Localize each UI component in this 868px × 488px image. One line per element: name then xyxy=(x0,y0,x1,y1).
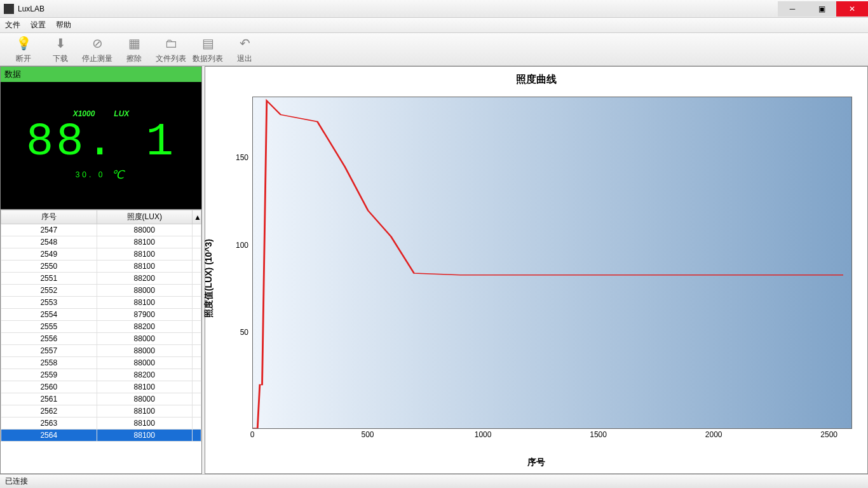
chart-xlabel: 序号 xyxy=(208,454,865,471)
xtick: 2500 xyxy=(820,430,837,439)
titlebar: LuxLAB ─ ▣ ✕ xyxy=(0,0,868,18)
app-icon xyxy=(4,4,14,14)
cell-seq: 2561 xyxy=(1,393,97,405)
plot-area[interactable] xyxy=(252,97,852,429)
cell-seq: 2559 xyxy=(1,369,97,381)
table-row[interactable]: 256488100 xyxy=(1,430,201,442)
table-row[interactable]: 255688000 xyxy=(1,333,201,345)
lcd-temp-unit: ℃ xyxy=(111,168,126,182)
chart-ylabel: 照度值(LUX) (10^3) xyxy=(203,238,215,317)
scroll-header: ▲ xyxy=(193,210,201,224)
col-lux-header[interactable]: 照度(LUX) xyxy=(97,210,193,224)
maximize-button[interactable]: ▣ xyxy=(807,1,836,17)
table-row[interactable]: 255788000 xyxy=(1,345,201,357)
stop-measure-button[interactable]: ⊘ 停止测量 xyxy=(79,34,116,65)
exit-button[interactable]: ↶ 退出 xyxy=(226,34,263,65)
xtick: 2000 xyxy=(705,430,722,439)
cell-lux: 88000 xyxy=(97,393,193,405)
close-button[interactable]: ✕ xyxy=(836,1,868,17)
lcd-temp: 30. 0 xyxy=(76,170,105,179)
table-row[interactable]: 254888100 xyxy=(1,236,201,248)
cell-seq: 2555 xyxy=(1,321,97,333)
exit-icon: ↶ xyxy=(236,34,254,52)
table-row[interactable]: 255487900 xyxy=(1,309,201,321)
cell-seq: 2552 xyxy=(1,285,97,297)
cell-seq: 2562 xyxy=(1,405,97,417)
cell-lux: 88200 xyxy=(97,273,193,285)
ytick: 100 xyxy=(236,241,248,250)
cell-lux: 88100 xyxy=(97,381,193,393)
chart-panel: 照度曲线 照度值(LUX) (10^3) 50100150 0500100015… xyxy=(205,66,868,474)
table-row[interactable]: 255388100 xyxy=(1,297,201,309)
cell-seq: 2550 xyxy=(1,261,97,273)
cell-lux: 88000 xyxy=(97,224,193,236)
cell-lux: 88100 xyxy=(97,405,193,417)
ytick: 50 xyxy=(240,328,248,337)
xtick: 500 xyxy=(362,430,374,439)
cell-seq: 2558 xyxy=(1,357,97,369)
toolbar: 💡 断开 ⬇ 下载 ⊘ 停止测量 ▦ 擦除 🗀 文件列表 ▤ 数据列表 ↶ 退出 xyxy=(0,33,868,66)
menu-settings[interactable]: 设置 xyxy=(31,20,46,30)
cell-seq: 2547 xyxy=(1,224,97,236)
xtick: 0 xyxy=(250,430,255,439)
panel-header: 数据 xyxy=(1,67,201,82)
cell-lux: 88100 xyxy=(97,297,193,309)
table-row[interactable]: 254988100 xyxy=(1,248,201,261)
cell-lux: 88000 xyxy=(97,285,193,297)
table-row[interactable]: 256088100 xyxy=(1,381,201,393)
menu-file[interactable]: 文件 xyxy=(5,20,20,30)
statusbar: 已连接 xyxy=(0,474,868,488)
chart-line xyxy=(253,97,851,428)
table-row[interactable]: 256388100 xyxy=(1,417,201,430)
menu-help[interactable]: 帮助 xyxy=(56,20,71,30)
cell-seq: 2564 xyxy=(1,430,97,442)
cell-lux: 88100 xyxy=(97,261,193,273)
table-row[interactable]: 255988200 xyxy=(1,369,201,381)
xtick: 1500 xyxy=(590,430,607,439)
table-row[interactable]: 255588200 xyxy=(1,321,201,333)
table-row[interactable]: 255888000 xyxy=(1,357,201,369)
clear-button[interactable]: ▦ 擦除 xyxy=(116,34,153,65)
cell-seq: 2553 xyxy=(1,297,97,309)
cell-lux: 88200 xyxy=(97,321,193,333)
table-row[interactable]: 256288100 xyxy=(1,405,201,417)
lcd-value: 88. 1 xyxy=(26,122,176,163)
cell-seq: 2554 xyxy=(1,309,97,321)
cell-lux: 88000 xyxy=(97,333,193,345)
cell-lux: 88000 xyxy=(97,345,193,357)
cell-lux: 88100 xyxy=(97,417,193,430)
xtick: 1000 xyxy=(475,430,492,439)
data-table-wrap[interactable]: 序号 照度(LUX) ▲ 254788000254888100254988100… xyxy=(1,209,201,473)
ytick: 150 xyxy=(236,153,248,162)
cell-seq: 2563 xyxy=(1,417,97,430)
menubar: 文件 设置 帮助 xyxy=(0,18,868,33)
cell-lux: 88000 xyxy=(97,357,193,369)
cell-lux: 88100 xyxy=(97,430,193,442)
data-panel: 数据 X1000 LUX 88. 1 30. 0 ℃ 序号 照度(LUX) ▲ xyxy=(0,66,202,474)
filelist-button[interactable]: 🗀 文件列表 xyxy=(153,34,189,65)
table-row[interactable]: 256188000 xyxy=(1,393,201,405)
table-row[interactable]: 255288000 xyxy=(1,285,201,297)
chart-title: 照度曲线 xyxy=(208,69,865,90)
download-button[interactable]: ⬇ 下载 xyxy=(42,34,79,65)
table-row[interactable]: 255188200 xyxy=(1,273,201,285)
folder-icon: 🗀 xyxy=(162,34,180,52)
bulb-icon: 💡 xyxy=(15,34,32,52)
table-row[interactable]: 254788000 xyxy=(1,224,201,236)
cell-seq: 2549 xyxy=(1,248,97,261)
table-row[interactable]: 255088100 xyxy=(1,261,201,273)
cell-lux: 87900 xyxy=(97,309,193,321)
lcd-display: X1000 LUX 88. 1 30. 0 ℃ xyxy=(1,82,201,209)
col-seq-header[interactable]: 序号 xyxy=(1,210,97,224)
cell-lux: 88100 xyxy=(97,236,193,248)
cell-seq: 2551 xyxy=(1,273,97,285)
lifebuoy-icon: ⊘ xyxy=(88,34,106,52)
datalist-button[interactable]: ▤ 数据列表 xyxy=(189,34,226,65)
cell-seq: 2560 xyxy=(1,381,97,393)
window-title: LuxLAB xyxy=(18,4,44,13)
cell-seq: 2548 xyxy=(1,236,97,248)
cell-lux: 88100 xyxy=(97,248,193,261)
minimize-button[interactable]: ─ xyxy=(778,1,807,17)
disconnect-button[interactable]: 💡 断开 xyxy=(5,34,42,65)
data-table: 序号 照度(LUX) ▲ 254788000254888100254988100… xyxy=(1,210,201,442)
